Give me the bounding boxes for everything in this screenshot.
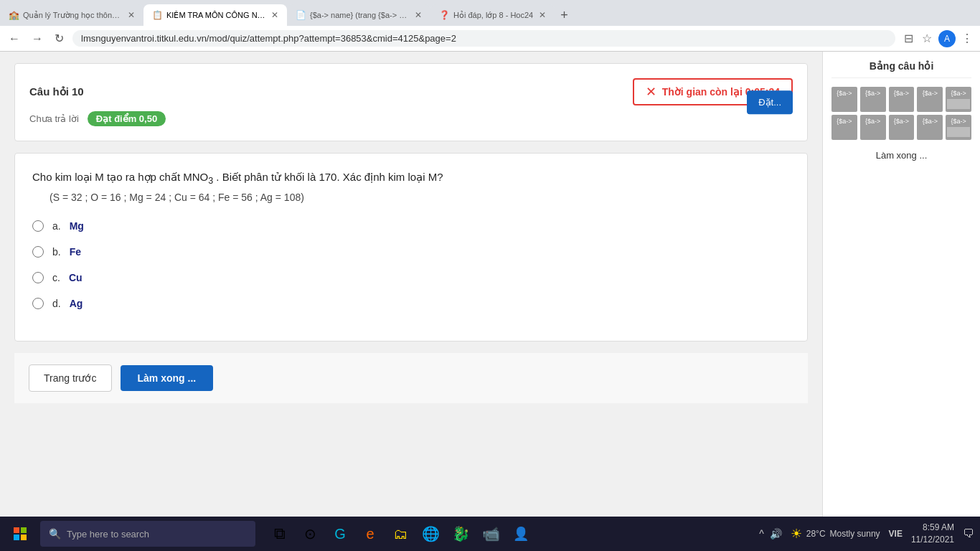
radio-c[interactable] [32, 272, 44, 283]
svg-rect-2 [14, 534, 19, 540]
language-badge[interactable]: VIE [889, 529, 903, 539]
search-icon: 🔍 [49, 528, 61, 540]
bottom-navigation: Trang trước Làm xong ... [14, 353, 808, 403]
q-btn-10[interactable]: {$a-> [946, 115, 971, 140]
tab-1[interactable]: 🏫 Quản lý Trường học thông minh ✕ [0, 4, 143, 26]
q-btn-9[interactable]: {$a-> [917, 115, 943, 140]
q-btn-8[interactable]: {$a-> [889, 115, 915, 140]
q-btn-7[interactable]: {$a-> [860, 115, 886, 140]
app-icon-2[interactable]: e [357, 521, 383, 547]
answer-value-a: Mg [70, 220, 84, 232]
weather-temp: 28°C [806, 529, 826, 539]
time-info[interactable]: 8:59 AM 11/12/2021 [911, 522, 954, 546]
network-icon[interactable]: ^ [759, 528, 764, 540]
answer-option-c: c. Cu [32, 272, 790, 283]
answer-option-a: a. Mg [32, 220, 790, 232]
app-icon-1[interactable]: G [327, 521, 353, 547]
system-tray: ^ 🔊 [759, 528, 782, 540]
browser-icons: ⊟ ☆ A ⋮ [901, 30, 974, 47]
question-text: Cho kim loại M tạo ra hợp chất MNO3 . Bi… [32, 171, 790, 186]
forward-button[interactable]: → [29, 31, 46, 47]
app2-symbol: e [366, 526, 374, 542]
back-button[interactable]: ← [6, 31, 23, 47]
sidebar: Bảng câu hỏi {$a-> {$a-> {$a-> {$a-> {$a… [822, 52, 980, 517]
app-icon-3[interactable]: 🗂 [387, 521, 413, 547]
finish-button[interactable]: Làm xong ... [121, 365, 214, 391]
start-button[interactable] [6, 519, 34, 548]
svg-rect-0 [14, 527, 19, 533]
answer-letter-a: a. [52, 220, 61, 232]
tab3-favicon: 📄 [296, 10, 306, 20]
timer-icon: ✕ [646, 84, 656, 100]
question-meta: Chưa trả lời Đạt điểm 0,50 [29, 111, 793, 126]
tab2-close[interactable]: ✕ [271, 10, 278, 20]
app7-symbol: 👤 [513, 526, 529, 542]
app5-symbol: 🐉 [452, 525, 470, 542]
app-icon-7[interactable]: 👤 [508, 521, 534, 547]
question-grid: {$a-> {$a-> {$a-> {$a-> {$a-> {$a-> {$a-… [831, 87, 971, 140]
q-btn-2[interactable]: {$a-> [860, 87, 886, 112]
tab4-favicon: ❓ [439, 10, 449, 20]
app4-symbol: 🌐 [422, 525, 440, 542]
taskview-symbol: ⧉ [274, 524, 286, 543]
sidebar-title: Bảng câu hỏi [831, 60, 971, 78]
question-header-card: Câu hỏi 10 ✕ Thời gian còn lại 0:05:24 C… [14, 63, 808, 141]
taskbar: 🔍 Type here to search ⧉ ⊙ G e 🗂 🌐 🐉 📹 👤 [0, 517, 980, 551]
tab3-title: {$a-> name} (trang {$a-> current... [310, 11, 409, 19]
sound-icon[interactable]: 🔊 [770, 528, 782, 540]
sidebar-finish-button[interactable]: Làm xong ... [831, 146, 971, 165]
taskbar-app-icons: ⧉ ⊙ G e 🗂 🌐 🐉 📹 👤 [267, 521, 534, 547]
answer-value-c: Cu [69, 272, 83, 283]
nav-page-button[interactable]: Đặt... [747, 90, 793, 115]
address-input[interactable] [72, 30, 895, 47]
tab3-close[interactable]: ✕ [415, 10, 422, 20]
tab4-close[interactable]: ✕ [539, 10, 546, 20]
clock: 8:59 AM [911, 522, 954, 534]
tab1-close[interactable]: ✕ [128, 10, 135, 20]
tab4-title: Hỏi đáp, lớp 8 - Hoc24 [453, 11, 533, 20]
answer-option-d: d. Ag [32, 298, 790, 309]
weather-info: ☀ 28°C Mostly sunny [791, 526, 880, 542]
app-icon-4[interactable]: 🌐 [418, 521, 443, 547]
search-bar[interactable]: 🔍 Type here to search [40, 521, 255, 547]
question-hint: (S = 32 ; O = 16 ; Mg = 24 ; Cu = 64 ; F… [32, 192, 790, 203]
answer-value-d: Ag [70, 298, 83, 309]
radio-a[interactable] [32, 220, 44, 232]
answer-letter-c: c. [52, 272, 60, 283]
tab-bar: 🏫 Quản lý Trường học thông minh ✕ 📋 KIỂM… [0, 0, 980, 26]
taskview-icon[interactable]: ⧉ [267, 521, 293, 547]
prev-page-button[interactable]: Trang trước [29, 364, 112, 392]
new-tab-button[interactable]: + [555, 4, 574, 26]
q-btn-4[interactable]: {$a-> [917, 87, 943, 112]
tab-2[interactable]: 📋 KIỂM TRA MÔN CÔNG NGHỆ LỚ... ✕ [143, 4, 287, 26]
refresh-button[interactable]: ↻ [52, 30, 67, 47]
address-bar-row: ← → ↻ ⊟ ☆ A ⋮ [0, 26, 980, 52]
date: 11/12/2021 [911, 534, 954, 546]
app6-symbol: 📹 [482, 525, 500, 542]
main-layout: Câu hỏi 10 ✕ Thời gian còn lại 0:05:24 C… [0, 52, 980, 517]
q-btn-3[interactable]: {$a-> [889, 87, 915, 112]
notification-icon[interactable]: 🗨 [963, 527, 974, 540]
quiz-area: Câu hỏi 10 ✕ Thời gian còn lại 0:05:24 C… [0, 52, 822, 517]
app-icon-5[interactable]: 🐉 [448, 521, 473, 547]
profile-icon[interactable]: A [938, 30, 956, 47]
search-placeholder: Type here to search [67, 529, 149, 540]
q-btn-1[interactable]: {$a-> [831, 87, 857, 112]
taskbar-right: ^ 🔊 ☀ 28°C Mostly sunny VIE 8:59 AM 11/1… [759, 522, 974, 546]
tab2-title: KIỂM TRA MÔN CÔNG NGHỆ LỚ... [166, 11, 265, 20]
radio-d[interactable] [32, 298, 44, 309]
q-btn-5[interactable]: {$a-> [946, 87, 971, 112]
answer-letter-b: b. [52, 246, 61, 258]
tab-4[interactable]: ❓ Hỏi đáp, lớp 8 - Hoc24 ✕ [430, 4, 555, 26]
cortana-icon[interactable]: ⊙ [297, 521, 323, 547]
tab-3[interactable]: 📄 {$a-> name} (trang {$a-> current... ✕ [287, 4, 430, 26]
q-btn-6[interactable]: {$a-> [831, 115, 857, 140]
menu-icon[interactable]: ⋮ [960, 32, 974, 46]
browser-chrome: 🏫 Quản lý Trường học thông minh ✕ 📋 KIỂM… [0, 0, 980, 52]
app-icon-6[interactable]: 📹 [478, 521, 504, 547]
app3-symbol: 🗂 [393, 526, 407, 542]
question-body-card: Cho kim loại M tạo ra hợp chất MNO3 . Bi… [14, 153, 808, 342]
bookmark-icon[interactable]: ☆ [920, 32, 934, 46]
translate-icon[interactable]: ⊟ [901, 32, 915, 46]
radio-b[interactable] [32, 246, 44, 258]
